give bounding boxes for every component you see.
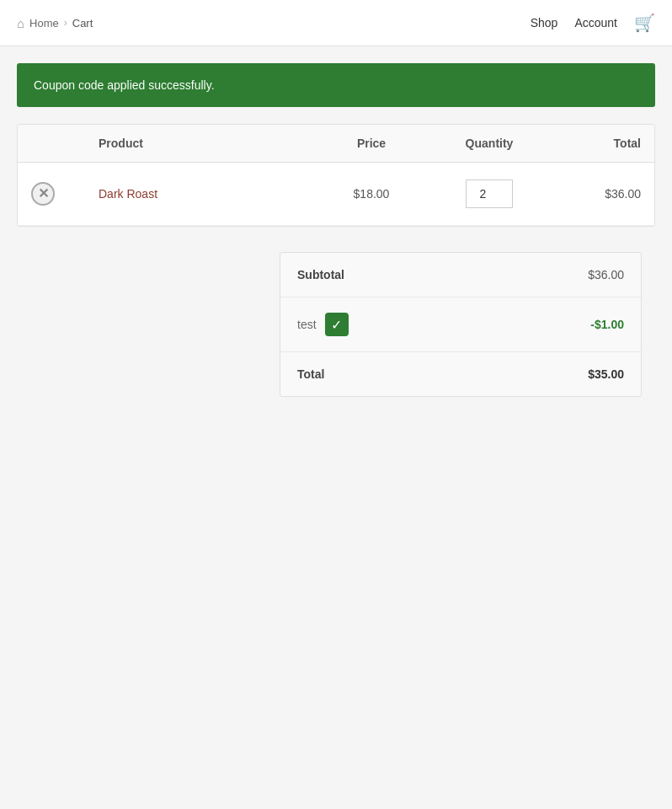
col-total: Total [557,137,641,150]
quantity-input[interactable] [466,179,513,208]
total-row: Total $35.00 [280,352,641,396]
nav-shop[interactable]: Shop [531,16,558,29]
breadcrumb-home[interactable]: Home [29,17,59,29]
col-product: Product [99,137,321,150]
cart-icon[interactable]: 🛒 [634,13,655,33]
remove-item-button[interactable]: ✕ [31,182,55,206]
cart-table: Product Price Quantity Total ✕ Dark Roas… [17,124,655,227]
order-summary: Subtotal $36.00 test ✓ -$1.00 Total $35.… [280,252,642,397]
breadcrumb-separator: › [64,17,67,29]
nav-account[interactable]: Account [574,16,617,29]
col-quantity: Quantity [422,137,557,150]
remove-circle-icon: ✕ [31,182,55,206]
col-remove [31,137,99,150]
coupon-check-icon: ✓ [325,313,349,336]
table-row: ✕ Dark Roast $18.00 $36.00 [18,163,654,226]
col-price: Price [321,137,422,150]
order-summary-wrapper: Subtotal $36.00 test ✓ -$1.00 Total $35.… [17,252,655,397]
total-label: Total [297,367,324,381]
coupon-discount-value: -$1.00 [590,318,624,331]
coupon-label: test [297,318,317,331]
coupon-message: Coupon code applied successfully. [34,78,215,92]
product-price: $18.00 [321,187,422,201]
remove-col: ✕ [31,182,99,206]
nav-links: Shop Account 🛒 [531,13,655,33]
cart-table-header: Product Price Quantity Total [18,125,654,163]
header: ⌂ Home › Cart Shop Account 🛒 [0,0,672,46]
quantity-col [422,179,557,208]
total-value: $35.00 [588,367,624,381]
coupon-applied-row: test ✓ [297,313,349,336]
product-name[interactable]: Dark Roast [99,187,321,201]
breadcrumb: ⌂ Home › Cart [17,16,93,30]
coupon-banner: Coupon code applied successfully. [17,63,655,107]
product-total: $36.00 [557,187,641,201]
subtotal-label: Subtotal [297,268,344,281]
coupon-row: test ✓ -$1.00 [280,297,641,352]
subtotal-row: Subtotal $36.00 [280,253,641,297]
subtotal-value: $36.00 [588,268,624,281]
home-icon: ⌂ [17,16,24,30]
main-content: Coupon code applied successfully. Produc… [0,46,672,414]
breadcrumb-current: Cart [72,17,93,29]
